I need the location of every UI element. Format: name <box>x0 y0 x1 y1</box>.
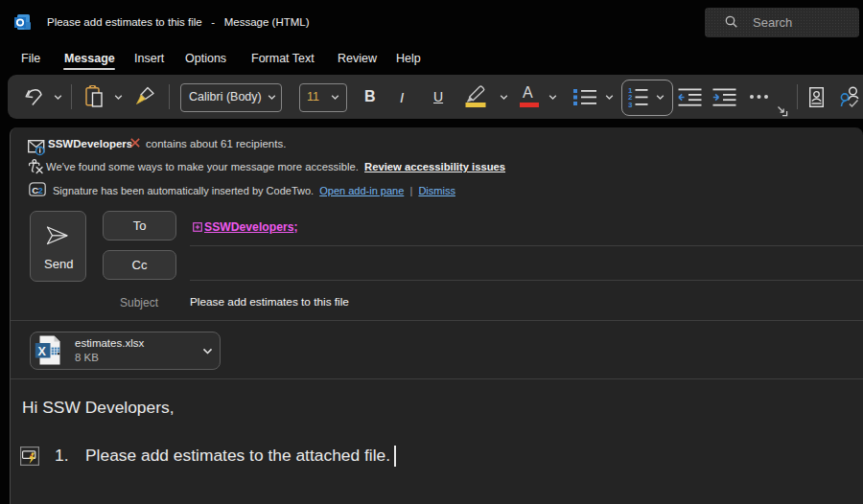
svg-text:2: 2 <box>37 185 42 195</box>
svg-text:X: X <box>38 345 47 358</box>
svg-text:3: 3 <box>628 101 633 109</box>
